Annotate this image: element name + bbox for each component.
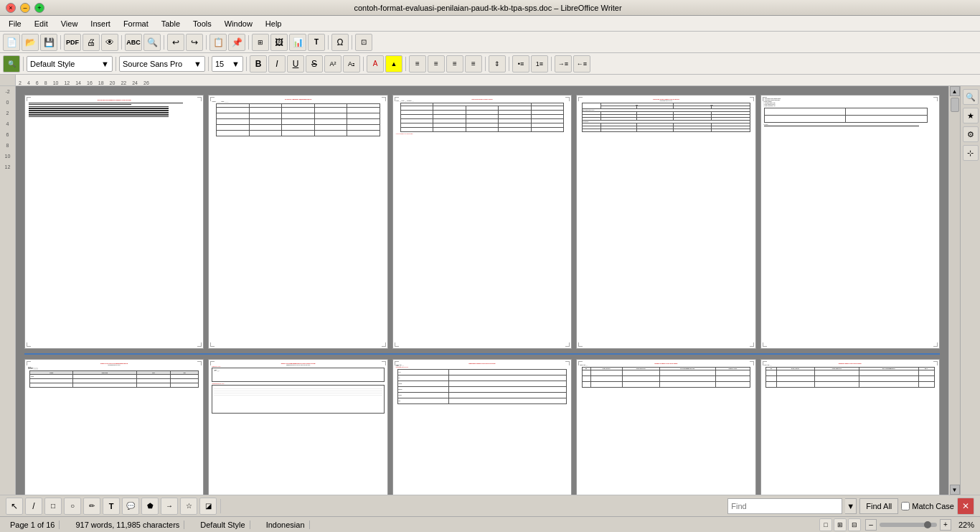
menu-window[interactable]: Window <box>219 18 258 29</box>
line-tool-button[interactable]: / <box>25 498 42 515</box>
scroll-thumb[interactable] <box>951 98 959 112</box>
sidebar-star-button[interactable]: ★ <box>963 108 979 123</box>
page-6-thumb[interactable]: PENILAIAN CAPAIAN PERKEMBANGAN PENGEMBAN… <box>24 359 204 495</box>
sidebar-search-button[interactable]: 🔍 <box>963 89 979 105</box>
page-7-thumb[interactable]: PENILAIAN PERKEMBANGAN ANAK DIDIK TK/KB … <box>208 359 387 495</box>
star-tool-button[interactable]: ☆ <box>180 498 197 515</box>
font-name-combo[interactable]: Source Sans Pro ▼ <box>119 56 205 72</box>
subscript-button[interactable]: A₂ <box>343 55 360 73</box>
align-center-button[interactable]: ≡ <box>428 55 445 73</box>
find-close-button[interactable]: ✕ <box>957 498 974 515</box>
styles-button[interactable]: ⊡ <box>355 34 372 51</box>
maximize-button[interactable]: + <box>34 3 44 13</box>
rect-tool-button[interactable]: □ <box>44 498 62 515</box>
preview-button[interactable]: 👁 <box>101 34 118 51</box>
save-button[interactable]: 💾 <box>40 34 57 51</box>
page-2-thumb[interactable]: CATATAN ANEKDOT PERKEMBANGAN Nama: _____… <box>208 95 387 349</box>
insert-image-button[interactable]: 🖼 <box>270 34 288 51</box>
superscript-button[interactable]: A² <box>324 55 341 73</box>
insert-table-button[interactable]: ⊞ <box>252 34 269 51</box>
open-button[interactable]: 📂 <box>22 34 39 51</box>
strikethrough-button[interactable]: S <box>306 55 323 73</box>
find-button[interactable]: 🔍 <box>143 34 161 51</box>
zoom-in-button[interactable]: + <box>940 519 951 531</box>
scroll-down-button[interactable]: ▼ <box>950 485 960 495</box>
chart-button[interactable]: 📊 <box>289 34 306 51</box>
font-color-button[interactable]: A <box>367 55 384 73</box>
sidebar-properties-button[interactable]: ⚙ <box>963 126 979 142</box>
text-tool-button[interactable]: T <box>103 498 120 515</box>
spellcheck-button[interactable]: ABC <box>125 34 142 51</box>
callout-tool-button[interactable]: 💬 <box>122 498 139 515</box>
minimize-button[interactable]: – <box>20 3 30 13</box>
scroll-up-button[interactable]: ▲ <box>950 86 960 96</box>
zoom-slider-thumb[interactable] <box>924 521 931 528</box>
window-title: contoh-format-evaluasi-penilaian-paud-tk… <box>354 4 621 12</box>
layout-buttons: □ ⊞ ⊟ <box>819 518 861 531</box>
fontwork-button[interactable]: T <box>308 34 325 51</box>
page-3-thumb[interactable]: CATATAN HASIL KARYA ANAK Nama: ___ Kelas… <box>392 95 572 349</box>
italic-button[interactable]: I <box>268 55 286 73</box>
shadow-button[interactable]: ◪ <box>199 498 217 515</box>
align-left-button[interactable]: ≡ <box>409 55 426 73</box>
copy-button[interactable]: 📋 <box>209 34 227 51</box>
word-count-section: 917 words, 11,985 characters <box>71 521 184 529</box>
freeform-tool-button[interactable]: ✏ <box>83 498 100 515</box>
numbering-button[interactable]: 1≡ <box>531 55 548 73</box>
select-tool-button[interactable]: ↖ <box>6 498 23 515</box>
shapes-button[interactable]: ⬟ <box>141 498 159 515</box>
find-dropdown-button[interactable]: ▼ <box>845 498 857 514</box>
page-5-thumb[interactable]: • Anak mampu menyebutkan nama... • Anak … <box>760 95 940 349</box>
underline-button[interactable]: U <box>287 55 304 73</box>
paragraph-style-combo[interactable]: Default Style ▼ <box>27 56 113 72</box>
font-size-combo[interactable]: 15 ▼ <box>212 56 243 72</box>
styles-finder-button[interactable]: 🔍 <box>3 55 20 73</box>
justify-button[interactable]: ≡ <box>465 55 482 73</box>
undo-button[interactable]: ↩ <box>167 34 184 51</box>
redo-button[interactable]: ↪ <box>186 34 203 51</box>
document-area[interactable]: DAFTAR ISI FORMAT PENILAIAN PAUD <box>16 86 948 495</box>
bold-button[interactable]: B <box>250 55 267 73</box>
indent-less-button[interactable]: ←≡ <box>573 55 590 73</box>
oval-tool-button[interactable]: ○ <box>64 498 81 515</box>
align-right-button[interactable]: ≡ <box>446 55 463 73</box>
page-4-thumb[interactable]: ANALISIS HASIL PENILAIAN CAPAIAN PERKEMB… <box>576 95 755 349</box>
pdf-button[interactable]: PDF <box>64 34 81 51</box>
menu-table[interactable]: Table <box>156 18 186 29</box>
menu-view[interactable]: View <box>55 18 84 29</box>
multi-page-view-button[interactable]: ⊞ <box>834 518 847 531</box>
sidebar-nav-button[interactable]: ⊹ <box>963 145 979 161</box>
menu-edit[interactable]: Edit <box>29 18 54 29</box>
find-all-button[interactable]: Find All <box>859 498 898 514</box>
bullets-button[interactable]: •≡ <box>512 55 529 73</box>
menu-tools[interactable]: Tools <box>187 18 217 29</box>
scrollbar-vertical[interactable]: ▲ ▼ <box>948 86 960 495</box>
find-input[interactable] <box>727 498 842 514</box>
arrow-tool-button[interactable]: → <box>161 498 178 515</box>
omega-button[interactable]: Ω <box>331 34 349 51</box>
book-view-button[interactable]: ⊟ <box>848 518 861 531</box>
page-1-thumb[interactable]: DAFTAR ISI FORMAT PENILAIAN PAUD <box>24 95 204 349</box>
menubar: File Edit View Insert Format Table Tools… <box>0 16 980 32</box>
zoom-slider[interactable] <box>880 523 937 527</box>
new-button[interactable]: 📄 <box>3 34 20 51</box>
page-10-thumb[interactable]: FORMAT PENILAIAN ANAK DIDIK Nama Anak: _… <box>760 359 940 495</box>
highlight-button[interactable]: ▲ <box>385 55 402 73</box>
single-page-view-button[interactable]: □ <box>819 518 832 531</box>
zoom-out-button[interactable]: – <box>865 519 877 531</box>
menu-insert[interactable]: Insert <box>85 18 116 29</box>
menu-file[interactable]: File <box>3 18 27 29</box>
line-spacing-button[interactable]: ⇕ <box>489 55 506 73</box>
page-9-thumb[interactable]: FORMAT PENILAIAN ANAK DIDIK Nama Anak: _… <box>576 359 755 495</box>
page-8-thumb[interactable]: DESKRIPSI PENILAIAN ANAK DI PAUD Nama An… <box>392 359 572 495</box>
menu-format[interactable]: Format <box>118 18 154 29</box>
menu-help[interactable]: Help <box>260 18 288 29</box>
scroll-track[interactable] <box>950 96 960 485</box>
style-section: Default Style <box>196 521 250 529</box>
match-case-option[interactable]: Match Case <box>901 502 954 510</box>
close-button[interactable]: × <box>6 3 16 13</box>
paste-button[interactable]: 📌 <box>228 34 245 51</box>
print-button[interactable]: 🖨 <box>83 34 100 51</box>
match-case-checkbox[interactable] <box>901 502 910 510</box>
indent-more-button[interactable]: →≡ <box>555 55 572 73</box>
